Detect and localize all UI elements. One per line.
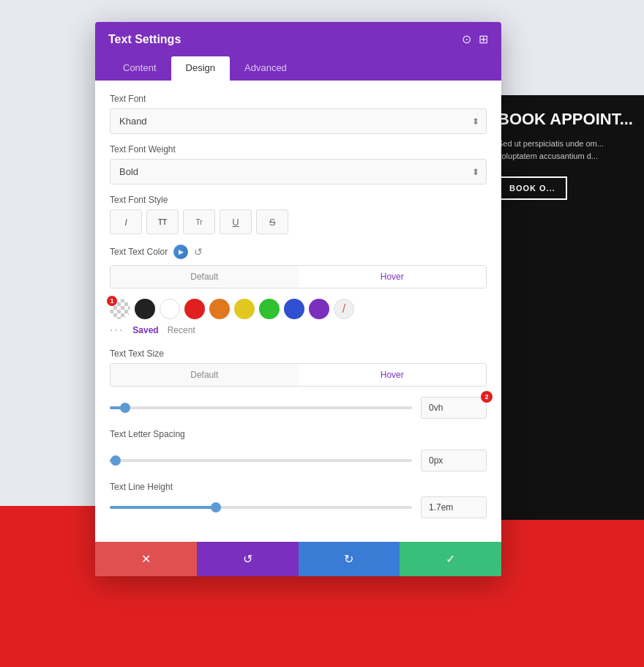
text-size-input-wrap: 2 (421, 397, 487, 419)
tab-design[interactable]: Design (171, 56, 230, 81)
swatch-green[interactable] (259, 299, 280, 319)
line-height-label: Text Line Height (110, 482, 487, 492)
letter-spacing-slider-row (110, 450, 487, 472)
preview-text: Sed ut perspiciatis unde om... voluptate… (498, 138, 637, 162)
swatch-blue[interactable] (284, 299, 304, 319)
text-size-slider-row: 2 (110, 397, 487, 419)
text-font-select[interactable]: Khand (110, 108, 487, 134)
text-font-weight-field: Bold ⬍ (110, 159, 487, 185)
size-default-tab[interactable]: Default (111, 364, 299, 386)
text-font-field: Khand ⬍ (110, 108, 487, 134)
size-hover-tab[interactable]: Hover (299, 364, 487, 386)
tab-advanced[interactable]: Advanced (230, 56, 302, 81)
modal-body: Text Font Khand ⬍ Text Font Weight Bold … (95, 81, 501, 542)
color-hover-tab[interactable]: Hover (299, 266, 487, 288)
undo-button[interactable]: ↺ (197, 542, 299, 576)
text-settings-modal: Text Settings ⊙ ⊞ Content Design Advance… (95, 22, 501, 576)
swatch-dots[interactable]: ··· (110, 324, 124, 337)
letter-spacing-input[interactable] (421, 450, 487, 472)
text-size-label: Text Text Size (110, 349, 487, 359)
cancel-button[interactable]: ✕ (95, 542, 197, 576)
style-strikethrough-btn[interactable]: S (256, 209, 288, 234)
style-capitalize-btn[interactable]: Tr (183, 209, 215, 234)
style-uppercase-btn[interactable]: TT (146, 209, 179, 234)
swatch-badge-1: 1 (107, 296, 117, 306)
swatch-orange[interactable] (209, 299, 230, 319)
swatch-yellow[interactable] (234, 299, 255, 319)
preview-panel: BOOK APPOINT... Sed ut perspiciatis unde… (490, 95, 644, 520)
save-button[interactable]: ✓ (400, 542, 501, 576)
text-font-style-label: Text Font Style (110, 195, 487, 205)
color-tab-switcher: Default Hover (110, 265, 487, 288)
expand-icon[interactable]: ⊞ (479, 32, 488, 46)
text-font-weight-select[interactable]: Bold (110, 159, 487, 185)
preview-title: BOOK APPOINT... (498, 110, 637, 129)
color-swatches-row: 1 / (110, 299, 487, 319)
swatch-tabs-row: ··· Saved Recent (110, 324, 487, 337)
color-reset-icon[interactable]: ↺ (194, 246, 203, 258)
letter-spacing-track[interactable] (110, 459, 412, 462)
text-color-header: Text Text Color ▶ ↺ (110, 245, 487, 259)
line-height-fill (110, 506, 216, 509)
size-tab-switcher: Default Hover (110, 363, 487, 387)
line-height-track[interactable] (110, 506, 412, 509)
letter-spacing-thumb[interactable] (111, 455, 121, 466)
modal-header: Text Settings ⊙ ⊞ (95, 22, 501, 56)
text-size-input[interactable] (421, 397, 487, 419)
focus-icon[interactable]: ⊙ (462, 32, 471, 46)
modal-header-icons: ⊙ ⊞ (462, 32, 488, 46)
text-font-weight-label: Text Font Weight (110, 144, 487, 154)
line-height-thumb[interactable] (211, 502, 221, 513)
swatch-purple[interactable] (309, 299, 329, 319)
text-color-label: Text Text Color (110, 247, 168, 257)
modal-footer: ✕ ↺ ↻ ✓ (95, 542, 501, 576)
modal-title: Text Settings (108, 33, 181, 46)
letter-spacing-label: Text Letter Spacing (110, 429, 487, 439)
redo-button[interactable]: ↻ (299, 542, 400, 576)
preview-button: BOOK O... (498, 176, 567, 200)
line-height-input[interactable] (421, 496, 487, 518)
modal-tabs: Content Design Advanced (95, 56, 501, 81)
swatch-black[interactable] (135, 299, 155, 319)
tab-content[interactable]: Content (108, 56, 171, 81)
text-size-thumb[interactable] (120, 403, 130, 413)
swatch-white[interactable] (160, 299, 180, 319)
swatch-recent-tab[interactable]: Recent (168, 325, 195, 335)
text-font-label: Text Font (110, 94, 487, 104)
swatch-checker[interactable]: 1 (110, 299, 130, 319)
style-italic-btn[interactable]: I (110, 209, 142, 234)
swatch-red[interactable] (184, 299, 205, 319)
swatch-slash[interactable]: / (334, 299, 354, 319)
line-height-slider-row (110, 496, 487, 518)
size-badge-2: 2 (481, 391, 493, 403)
style-underline-btn[interactable]: U (220, 209, 252, 234)
color-default-tab[interactable]: Default (111, 266, 299, 288)
font-style-group: I TT Tr U S (110, 209, 487, 234)
color-picker-icon[interactable]: ▶ (173, 245, 188, 259)
text-size-track[interactable] (110, 406, 412, 409)
swatch-saved-tab[interactable]: Saved (132, 325, 158, 335)
